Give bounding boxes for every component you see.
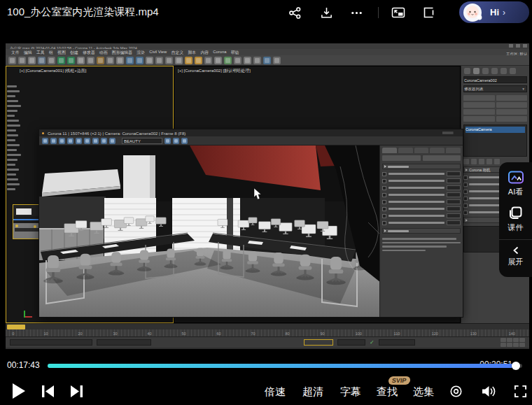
- toolbar-icon: [146, 57, 153, 64]
- play-button[interactable]: [13, 383, 26, 399]
- lightmix-row: [382, 220, 461, 225]
- snap-check-icon: ✓: [370, 340, 374, 346]
- video-frame[interactable]: 办公室.max @ 2024-01-04 10:02:58 - Corona 1…: [0, 25, 532, 358]
- toolbar-icon: [204, 57, 212, 64]
- scene-explorer-row: [7, 164, 15, 166]
- expand-button[interactable]: 展开: [499, 246, 532, 267]
- toolbar-icon: [126, 57, 134, 64]
- courseware-button[interactable]: 课件: [499, 206, 532, 233]
- axis-gizmo-left: [24, 309, 34, 318]
- ai-watch-label: AI看: [508, 187, 523, 197]
- frame-number: 40: [147, 332, 151, 336]
- command-panel-button: [496, 95, 528, 101]
- frame-number: 110: [394, 332, 400, 336]
- download-icon[interactable]: [318, 5, 334, 20]
- volume-button[interactable]: [482, 385, 496, 398]
- command-panel-tabs: [464, 68, 527, 74]
- progress-row: 00:17:43 00:20:51: [0, 358, 532, 378]
- scene-explorer-row: [7, 178, 18, 180]
- side-panel: AI看 课件 展开: [499, 162, 532, 277]
- seek-knob[interactable]: [512, 362, 520, 370]
- scene-explorer-row: [7, 169, 19, 171]
- toolbar-icon: [234, 57, 241, 64]
- scene-explorer-row: [7, 100, 18, 102]
- lightmix-row: [382, 213, 461, 218]
- toolbar-icon: [18, 57, 26, 64]
- chevron-right-icon: ›: [503, 8, 505, 17]
- max-main-toolbar: [6, 55, 529, 66]
- lightmix-row: [382, 178, 461, 183]
- toolbar-icon: [106, 57, 114, 64]
- status-field: [379, 339, 415, 346]
- vfb-rollout-header2: [382, 228, 461, 234]
- vfb-toolbar: BEAUTY: [39, 136, 463, 145]
- status-field: [97, 339, 151, 346]
- find-button[interactable]: 查找: [377, 385, 398, 399]
- toolbar-icon: [48, 57, 55, 64]
- max-timeline-ruler: 0102030405060708090100110120130140: [6, 329, 529, 336]
- subtitles-button[interactable]: 字幕: [340, 385, 361, 399]
- frame-number: 140: [509, 332, 515, 336]
- svip-badge: SVIP: [388, 376, 410, 385]
- vfb-toolbar-button: [173, 138, 179, 144]
- frame-number: 70: [251, 332, 255, 336]
- viewport-right-label: [+] [CoronaCamera002] [默认明暗处理]: [178, 68, 251, 73]
- vfb-toolbar-button: [92, 138, 99, 144]
- scene-explorer-row: [7, 95, 15, 97]
- control-bar: 倍速 超清 字幕 查找 SVIP 选集: [0, 378, 532, 405]
- ai-watch-icon: [508, 171, 524, 185]
- ai-watch-button[interactable]: AI看: [499, 171, 532, 197]
- assistant-button[interactable]: Hi ›: [459, 1, 529, 23]
- next-episode-button[interactable]: [70, 385, 83, 397]
- speed-button[interactable]: 倍速: [265, 385, 286, 399]
- toolbar-icon: [38, 57, 46, 64]
- top-bar: 100_办公室室内光渲染课程.mp4: [0, 0, 532, 25]
- menu-item: Civil View: [149, 49, 167, 55]
- quality-button[interactable]: 超清: [302, 385, 323, 399]
- pip-icon[interactable]: [391, 5, 406, 20]
- max-menubar: 文件编辑工具组视图创建修改器动画图形编辑器渲染Civil View自定义脚本内容…: [6, 49, 529, 55]
- time-slider: [7, 325, 25, 329]
- vfb-toolbar-button: [67, 138, 74, 144]
- settings-button[interactable]: [449, 385, 463, 398]
- vfb-lightmix-rows: [382, 171, 461, 225]
- scene-explorer-row: [7, 159, 18, 161]
- episodes-button[interactable]: 选集: [413, 385, 434, 399]
- topbar-divider: [378, 7, 379, 18]
- seek-bar[interactable]: 00:20:51: [48, 358, 522, 374]
- toolbar-icon: [273, 57, 281, 64]
- previous-episode-button[interactable]: [42, 385, 55, 397]
- lightmix-row: [382, 206, 461, 211]
- vfb-toolbar-button: [181, 138, 188, 144]
- vfb-note-text: [382, 238, 461, 251]
- toolbar-icon: [77, 57, 85, 64]
- toolbar-icon: [116, 57, 124, 64]
- toolbar-icon: [165, 57, 173, 64]
- toolbar-icon: [224, 57, 232, 64]
- menu-item: 编辑: [24, 49, 32, 55]
- frame-number: 30: [113, 332, 117, 336]
- frame-number: 90: [320, 332, 324, 336]
- share-icon[interactable]: [287, 5, 302, 20]
- status-field: [10, 339, 92, 346]
- menu-item: 脚本: [188, 49, 196, 55]
- play-icon: [13, 383, 26, 399]
- vfb-toolbar-button: [59, 138, 65, 144]
- vfb-rollout-header: [382, 164, 461, 169]
- mini-window-icon[interactable]: [421, 5, 437, 20]
- vfb-toolbar-button: [42, 138, 48, 144]
- menu-item: 工具: [36, 49, 45, 55]
- lightmix-row: [382, 192, 461, 197]
- vfb-toolbar-button: [84, 138, 90, 144]
- vfb-side-tabs: [382, 148, 461, 153]
- scene-explorer-row: [7, 110, 18, 112]
- menu-item: 内容: [200, 49, 209, 55]
- frame-number: 130: [470, 332, 477, 336]
- toolbar-icon: [253, 57, 261, 64]
- scene-explorer-row: [7, 183, 20, 185]
- fullscreen-button[interactable]: [514, 385, 527, 398]
- command-panel-button: [496, 102, 528, 108]
- assistant-label: Hi: [490, 7, 499, 17]
- max-track-bar: [6, 323, 529, 329]
- more-icon[interactable]: [349, 5, 364, 20]
